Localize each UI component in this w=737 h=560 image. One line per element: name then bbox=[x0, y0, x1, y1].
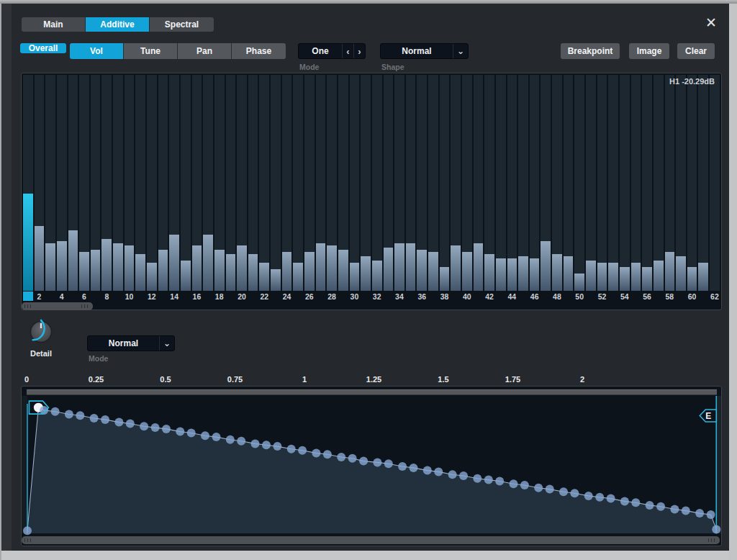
harmonic-column[interactable] bbox=[384, 75, 394, 291]
envelope-point[interactable] bbox=[226, 435, 235, 444]
harmonic-bar[interactable] bbox=[169, 235, 179, 291]
harmonic-bar[interactable] bbox=[23, 194, 33, 291]
envelope-point[interactable] bbox=[287, 445, 296, 453]
harmonic-bar[interactable] bbox=[57, 241, 67, 291]
harmonic-column[interactable] bbox=[158, 75, 168, 291]
harmonic-bar[interactable] bbox=[530, 258, 540, 291]
envelope-point[interactable] bbox=[162, 425, 171, 433]
harmonic-column[interactable] bbox=[541, 75, 551, 291]
envelope-point[interactable] bbox=[448, 470, 457, 479]
harmonic-column[interactable] bbox=[192, 75, 202, 291]
envelope-point[interactable] bbox=[348, 454, 357, 463]
harmonic-column[interactable] bbox=[552, 75, 562, 291]
harmonic-bar[interactable] bbox=[552, 254, 562, 291]
envelope-point[interactable] bbox=[323, 450, 332, 459]
image-button[interactable]: Image bbox=[629, 43, 669, 59]
harmonic-column[interactable] bbox=[440, 75, 450, 291]
harmonic-bar[interactable] bbox=[518, 256, 528, 291]
envelope-point[interactable] bbox=[607, 494, 615, 503]
envelope-point[interactable] bbox=[76, 411, 84, 420]
harmonic-column[interactable] bbox=[574, 75, 584, 291]
scrollbar-grip[interactable] bbox=[24, 304, 33, 308]
envelope-point[interactable] bbox=[570, 489, 579, 497]
envelope-point[interactable] bbox=[237, 437, 245, 446]
harmonic-bar[interactable] bbox=[574, 274, 584, 291]
harmonic-column[interactable] bbox=[586, 75, 596, 291]
harmonic-column[interactable] bbox=[642, 75, 652, 291]
envelope-point[interactable] bbox=[337, 453, 345, 461]
harmonic-bar[interactable] bbox=[462, 252, 472, 291]
harmonic-bar[interactable] bbox=[68, 230, 78, 291]
harmonic-bar[interactable] bbox=[259, 263, 269, 291]
harmonic-bar[interactable] bbox=[428, 252, 438, 291]
harmonic-bar[interactable] bbox=[350, 263, 360, 291]
harmonic-column[interactable] bbox=[203, 75, 213, 291]
envelope-point[interactable] bbox=[90, 414, 99, 423]
harmonic-column[interactable] bbox=[350, 75, 360, 291]
harmonic-bar[interactable] bbox=[293, 263, 303, 291]
shape-value[interactable]: Normal bbox=[381, 44, 453, 58]
harmonic-column[interactable] bbox=[372, 75, 382, 291]
harmonic-column[interactable] bbox=[237, 75, 247, 291]
harmonic-column[interactable] bbox=[91, 75, 101, 291]
envelope-point[interactable] bbox=[176, 428, 184, 436]
envelope-point[interactable] bbox=[114, 418, 123, 427]
mode-selector[interactable]: One ‹ › bbox=[298, 43, 366, 59]
harmonic-bar[interactable] bbox=[203, 235, 213, 291]
envelope-point[interactable] bbox=[434, 467, 443, 476]
envelope-point[interactable] bbox=[373, 458, 381, 466]
harmonic-scrollbar-handle[interactable] bbox=[22, 302, 93, 310]
harmonic-bar[interactable] bbox=[327, 245, 337, 291]
envelope-point[interactable] bbox=[251, 439, 260, 448]
envelope-point[interactable] bbox=[707, 510, 715, 519]
harmonic-column[interactable] bbox=[147, 75, 157, 291]
envelope-point[interactable] bbox=[23, 526, 32, 535]
harmonic-bar[interactable] bbox=[687, 267, 697, 291]
harmonic-bar[interactable] bbox=[631, 263, 641, 291]
subtab-phase[interactable]: Phase bbox=[232, 43, 286, 59]
harmonic-column[interactable] bbox=[361, 75, 371, 291]
envelope-point[interactable] bbox=[273, 442, 281, 451]
envelope-point[interactable] bbox=[495, 477, 504, 486]
chevron-down-icon[interactable]: ⌄ bbox=[160, 336, 174, 351]
harmonic-bar[interactable] bbox=[282, 252, 292, 291]
envelope-point[interactable] bbox=[682, 506, 690, 515]
harmonic-column[interactable] bbox=[428, 75, 438, 291]
harmonic-column[interactable] bbox=[608, 75, 618, 291]
harmonic-column[interactable] bbox=[304, 75, 315, 291]
harmonic-bar[interactable] bbox=[620, 267, 630, 291]
envelope-point[interactable] bbox=[201, 431, 209, 440]
clear-button[interactable]: Clear bbox=[677, 43, 715, 59]
harmonic-bar[interactable] bbox=[665, 252, 675, 291]
harmonic-column[interactable] bbox=[293, 75, 303, 291]
harmonic-column[interactable] bbox=[113, 75, 123, 291]
envelope-point[interactable] bbox=[631, 498, 640, 507]
envelope-point[interactable] bbox=[65, 410, 73, 419]
harmonic-bar[interactable] bbox=[586, 261, 596, 291]
envelope-point[interactable] bbox=[126, 420, 135, 428]
envelope-point[interactable] bbox=[384, 459, 393, 468]
subtab-pan[interactable]: Pan bbox=[178, 43, 232, 59]
harmonic-column[interactable] bbox=[338, 75, 348, 291]
scrollbar-grip[interactable] bbox=[24, 538, 33, 542]
envelope-point[interactable] bbox=[646, 501, 654, 510]
harmonic-column[interactable] bbox=[484, 75, 494, 291]
envelope-point[interactable] bbox=[484, 476, 493, 484]
harmonic-bar[interactable] bbox=[226, 254, 236, 291]
envelope-point[interactable] bbox=[620, 497, 629, 505]
harmonic-column[interactable] bbox=[417, 75, 427, 291]
close-icon[interactable]: ✕ bbox=[703, 14, 719, 30]
harmonic-column[interactable] bbox=[101, 75, 112, 291]
harmonic-column[interactable] bbox=[23, 75, 33, 291]
harmonic-column[interactable] bbox=[474, 75, 484, 291]
harmonic-bar[interactable] bbox=[698, 263, 708, 291]
harmonic-column[interactable] bbox=[597, 75, 607, 291]
harmonic-column[interactable] bbox=[135, 75, 145, 291]
tab-additive[interactable]: Additive bbox=[86, 17, 150, 32]
harmonic-column[interactable] bbox=[406, 75, 416, 291]
envelope-mode-value[interactable]: Normal bbox=[88, 336, 159, 351]
envelope-point[interactable] bbox=[656, 502, 665, 511]
harmonic-column[interactable] bbox=[259, 75, 269, 291]
harmonic-bar[interactable] bbox=[507, 258, 517, 291]
envelope-point[interactable] bbox=[546, 485, 554, 494]
